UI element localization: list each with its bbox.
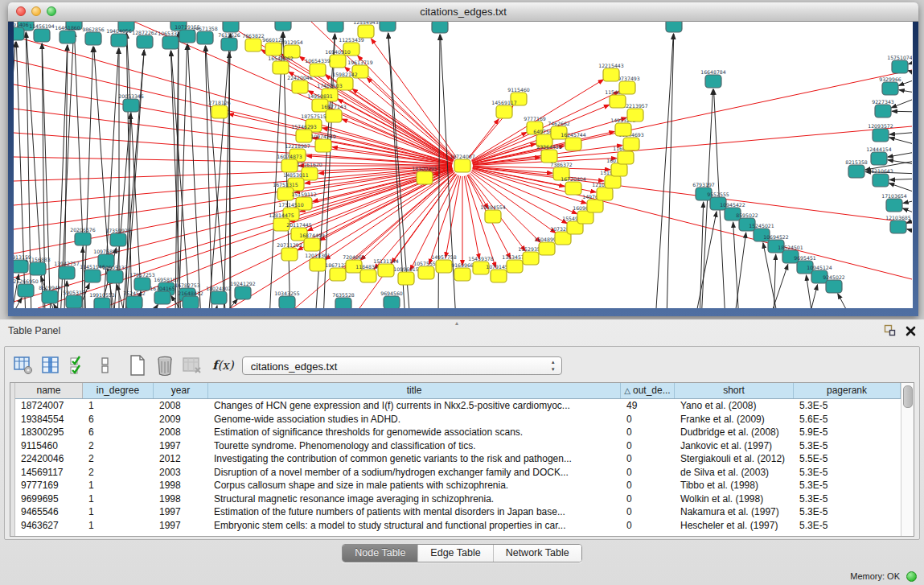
graph-node[interactable] <box>211 291 227 304</box>
graph-node[interactable] <box>890 220 906 233</box>
graph-node[interactable] <box>34 29 50 42</box>
graph-node[interactable] <box>597 187 613 200</box>
graph-node[interactable] <box>273 61 289 74</box>
network-canvas[interactable]: 1872400724055741205532871527602264661609… <box>14 22 913 308</box>
graph-node[interactable] <box>85 32 101 45</box>
column-visibility-icon[interactable] <box>39 353 63 377</box>
table-options-icon[interactable] <box>11 353 35 377</box>
graph-node[interactable] <box>162 36 179 49</box>
graph-node[interactable] <box>197 31 213 44</box>
graph-node[interactable] <box>892 60 908 73</box>
graph-node[interactable] <box>384 296 400 308</box>
network-graph[interactable]: 1872400724055741205532871527602264661609… <box>14 22 912 308</box>
function-builder-icon[interactable]: f(x) <box>212 358 234 373</box>
graph-node[interactable] <box>235 286 251 299</box>
graph-node[interactable] <box>223 22 239 32</box>
graph-node[interactable] <box>310 258 326 271</box>
graph-node[interactable] <box>111 34 127 47</box>
table-row[interactable]: 946554611997Estimation of the future num… <box>15 505 901 519</box>
graph-node[interactable] <box>523 252 539 265</box>
table-row[interactable]: 969969511998Structural magnetic resonanc… <box>15 492 901 506</box>
graph-node[interactable] <box>496 105 512 118</box>
graph-node[interactable] <box>304 238 320 251</box>
column-header-short[interactable]: short <box>675 383 794 398</box>
graph-node[interactable] <box>211 105 228 118</box>
delete-table-icon[interactable] <box>153 353 177 377</box>
graph-node[interactable] <box>380 22 396 31</box>
graph-node[interactable] <box>326 109 342 122</box>
row-height-icon[interactable] <box>93 353 117 377</box>
graph-node[interactable] <box>42 290 58 303</box>
graph-node[interactable] <box>565 138 581 150</box>
table-row[interactable]: 1938455462009Genome-wide association stu… <box>15 413 901 426</box>
zoom-window-icon[interactable] <box>47 6 56 16</box>
column-header-name[interactable]: name <box>15 383 83 398</box>
graph-node[interactable] <box>432 22 448 33</box>
table-row[interactable]: 1456911722003Disruption of a novel membe… <box>15 466 901 480</box>
graph-node[interactable] <box>611 163 627 176</box>
tab-node-table[interactable]: Node Table <box>343 545 418 562</box>
graph-node[interactable] <box>292 80 308 93</box>
graph-node[interactable] <box>179 30 195 43</box>
graph-node[interactable] <box>565 182 581 195</box>
panel-resize-grip[interactable]: ▴ <box>455 320 465 326</box>
graph-node[interactable] <box>587 200 603 212</box>
graph-node[interactable] <box>826 280 842 293</box>
table-row[interactable]: 946362711997Embryonic stem cells: a mode… <box>15 519 901 533</box>
graph-node[interactable] <box>398 272 414 285</box>
graph-node[interactable] <box>14 27 24 40</box>
graph-node[interactable] <box>886 199 902 212</box>
graph-node[interactable] <box>315 139 331 152</box>
graph-node[interactable] <box>623 138 639 150</box>
table-vertical-scrollbar[interactable] <box>901 383 914 536</box>
graph-node[interactable] <box>873 174 889 187</box>
graph-node[interactable] <box>848 165 864 178</box>
graph-node[interactable] <box>110 233 126 246</box>
tab-edge-table[interactable]: Edge Table <box>418 545 493 562</box>
graph-node[interactable] <box>279 296 295 308</box>
graph-node[interactable] <box>30 262 46 275</box>
scrollbar-thumb[interactable] <box>903 385 913 408</box>
graph-node[interactable] <box>123 99 139 112</box>
graph-node[interactable] <box>126 296 142 308</box>
close-window-icon[interactable] <box>16 6 26 16</box>
graph-node[interactable] <box>84 270 101 282</box>
graph-node[interactable] <box>436 260 452 273</box>
graph-node[interactable] <box>485 210 501 223</box>
graph-node[interactable] <box>871 152 887 165</box>
graph-node[interactable] <box>183 296 199 308</box>
graph-node[interactable] <box>335 298 351 308</box>
graph-node[interactable] <box>281 159 298 172</box>
graph-node[interactable] <box>94 298 110 308</box>
graph-node[interactable] <box>507 260 523 273</box>
graph-node[interactable] <box>221 38 237 51</box>
graph-node[interactable] <box>327 22 343 32</box>
graph-node[interactable] <box>296 130 312 142</box>
column-select-check-icon[interactable] <box>66 353 90 377</box>
graph-node[interactable] <box>134 278 150 290</box>
graph-node[interactable] <box>66 295 82 308</box>
graph-node[interactable] <box>418 266 434 279</box>
float-panel-icon[interactable] <box>884 324 896 340</box>
graph-node[interactable] <box>491 270 507 282</box>
graph-node[interactable] <box>275 22 291 31</box>
table-row[interactable]: 2242004622012Investigating the contribut… <box>15 452 901 466</box>
graph-node[interactable] <box>875 105 891 117</box>
graph-node[interactable] <box>60 31 76 43</box>
graph-node[interactable] <box>882 82 898 95</box>
graph-node[interactable] <box>605 175 621 188</box>
graph-node[interactable] <box>454 268 470 281</box>
minimize-window-icon[interactable] <box>31 6 41 16</box>
graph-node[interactable] <box>59 266 75 279</box>
graph-node[interactable] <box>137 35 153 48</box>
new-table-icon[interactable] <box>125 353 150 377</box>
table-row[interactable]: 911546021997Tourette syndrome. Phenomeno… <box>15 439 901 453</box>
graph-node[interactable] <box>154 291 170 304</box>
column-header-in_degree[interactable]: in_degree <box>83 383 154 398</box>
close-panel-icon[interactable] <box>906 325 916 340</box>
graph-node[interactable] <box>281 248 298 261</box>
graph-node[interactable] <box>360 270 376 282</box>
table-row[interactable]: 1872400712008Changes of HCN gene express… <box>15 399 901 413</box>
graph-hub-node[interactable] <box>454 159 470 172</box>
graph-node[interactable] <box>603 68 619 81</box>
